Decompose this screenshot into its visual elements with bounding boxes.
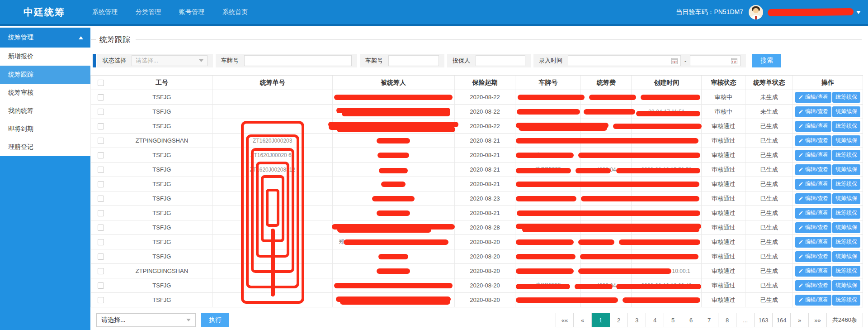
entry-date-start-input[interactable] — [568, 55, 681, 66]
row-checkbox[interactable] — [98, 123, 104, 129]
sidebar-item-4[interactable]: 我的统筹 — [0, 102, 90, 120]
renew-button[interactable]: 统筹续保 — [832, 135, 860, 146]
edit-view-button[interactable]: 编辑/查看 — [795, 106, 831, 117]
search-button[interactable]: 搜索 — [752, 54, 781, 67]
row-checkbox[interactable] — [98, 282, 104, 289]
pagination-item-[interactable]: « — [574, 313, 592, 327]
sidebar-item-6[interactable]: 理赔登记 — [0, 138, 90, 156]
app-logo: 中廷统筹 — [24, 6, 65, 19]
header-cell-8: 审核状态 — [702, 76, 745, 90]
sidebar-item-5[interactable]: 即将到期 — [0, 120, 90, 138]
filter-group-entry-time: 录入时间 - — [533, 54, 746, 67]
pagination-item-4[interactable]: 4 — [646, 313, 664, 327]
edit-view-button[interactable]: 编辑/查看 — [795, 280, 831, 291]
plate-input[interactable] — [244, 55, 352, 66]
pagination-item-[interactable]: «« — [556, 313, 574, 327]
edit-view-button[interactable]: 编辑/查看 — [795, 266, 831, 277]
execute-button[interactable]: 执行 — [201, 313, 229, 327]
row-checkbox[interactable] — [98, 181, 104, 187]
row-checkbox[interactable] — [98, 196, 104, 202]
sidebar-group-tongchou[interactable]: 统筹管理 — [0, 28, 90, 48]
edit-view-button[interactable]: 编辑/查看 — [795, 208, 831, 219]
user-avatar-icon[interactable] — [749, 5, 763, 19]
plate-cell: 豫DD3000 — [515, 278, 581, 293]
header-cell-7: 创建时间 — [632, 76, 702, 90]
nav-item-1[interactable]: 系统管理 — [92, 8, 118, 16]
row-checkbox[interactable] — [98, 138, 104, 144]
row-select-cell — [91, 105, 111, 119]
pagination-item-164[interactable]: 164 — [773, 313, 791, 327]
edit-view-button[interactable]: 编辑/查看 — [795, 193, 831, 204]
edit-view-button[interactable]: 编辑/查看 — [795, 164, 831, 175]
renew-button[interactable]: 统筹续保 — [832, 106, 860, 117]
edit-view-label: 编辑/查看 — [805, 151, 828, 159]
renew-button[interactable]: 统筹续保 — [832, 266, 860, 277]
row-checkbox[interactable] — [98, 210, 104, 216]
filter-bar: 状态选择 请选择... 车牌号 车架号 投保人 录入时间 - — [93, 54, 868, 67]
edit-view-button[interactable]: 编辑/查看 — [795, 92, 831, 103]
renew-button[interactable]: 统筹续保 — [832, 237, 860, 248]
edit-view-button[interactable]: 编辑/查看 — [795, 295, 831, 306]
nav-item-2[interactable]: 分类管理 — [136, 8, 161, 16]
plate-label: 车牌号 — [221, 57, 239, 65]
edit-view-button[interactable]: 编辑/查看 — [795, 179, 831, 190]
edit-view-button[interactable]: 编辑/查看 — [795, 121, 831, 132]
page-title: 统筹跟踪 — [99, 34, 130, 45]
pagination-item-5[interactable]: 5 — [664, 313, 682, 327]
row-checkbox[interactable] — [98, 167, 104, 173]
renew-button[interactable]: 统筹续保 — [832, 222, 860, 233]
table-row: TSFJG2020-08-22审核中未生成编辑/查看统筹续保 — [91, 90, 863, 105]
row-checkbox[interactable] — [98, 94, 104, 100]
pagination-item-7[interactable]: 7 — [700, 313, 718, 327]
nav-item-4[interactable]: 系统首页 — [222, 8, 248, 16]
sidebar-item-3[interactable]: 统筹审核 — [0, 84, 90, 102]
renew-button[interactable]: 统筹续保 — [832, 208, 860, 219]
edit-view-button[interactable]: 编辑/查看 — [795, 135, 831, 146]
renew-button[interactable]: 统筹续保 — [832, 150, 860, 161]
pagination-item-1[interactable]: 1 — [592, 313, 610, 327]
edit-view-button[interactable]: 编辑/查看 — [795, 237, 831, 248]
row-checkbox[interactable] — [98, 225, 104, 231]
edit-view-button[interactable]: 编辑/查看 — [795, 251, 831, 262]
sidebar-item-1[interactable]: 新增报价 — [0, 48, 90, 66]
sidebar-item-2[interactable]: 统筹跟踪 — [0, 66, 90, 84]
table-header-row: 工号统筹单号被统筹人保险起期车牌号统筹费创建时间审核状态统筹单状态操作 — [91, 76, 863, 90]
renew-button[interactable]: 统筹续保 — [832, 179, 860, 190]
table-row: TSFJGZT1620J00020 612020-08-21豫QQ5557审核通… — [91, 148, 863, 163]
row-checkbox[interactable] — [98, 152, 104, 158]
vin-input[interactable] — [388, 55, 439, 66]
pagination-item-[interactable]: »» — [809, 313, 827, 327]
renew-button[interactable]: 统筹续保 — [832, 164, 860, 175]
row-checkbox[interactable] — [98, 253, 104, 260]
pagination-item-163[interactable]: 163 — [755, 313, 773, 327]
applicant-input[interactable] — [476, 55, 525, 66]
employee-id-cell: TSFJG — [111, 235, 213, 249]
select-all-checkbox[interactable] — [98, 80, 104, 86]
policy-fragment: ZT1620J00208312 — [250, 167, 295, 173]
pagination-ellipsis: ... — [736, 313, 755, 327]
audit-status-cell: 审核通过 — [702, 293, 745, 307]
entry-date-end-input[interactable] — [690, 55, 741, 66]
renew-button[interactable]: 统筹续保 — [832, 193, 860, 204]
row-checkbox[interactable] — [98, 239, 104, 245]
row-checkbox[interactable] — [98, 297, 104, 303]
edit-view-button[interactable]: 编辑/查看 — [795, 222, 831, 233]
chevron-down-icon[interactable] — [856, 11, 861, 16]
renew-button[interactable]: 统筹续保 — [832, 295, 860, 306]
fee-cell — [581, 206, 632, 220]
renew-button[interactable]: 统筹续保 — [832, 121, 860, 132]
renew-button[interactable]: 统筹续保 — [832, 251, 860, 262]
row-checkbox[interactable] — [98, 268, 104, 274]
renew-button[interactable]: 统筹续保 — [832, 92, 860, 103]
nav-item-3[interactable]: 账号管理 — [179, 8, 204, 16]
status-select[interactable]: 请选择... — [132, 55, 208, 66]
pagination-item-6[interactable]: 6 — [682, 313, 700, 327]
pagination-item-2[interactable]: 2 — [610, 313, 628, 327]
renew-button[interactable]: 统筹续保 — [832, 280, 860, 291]
row-checkbox[interactable] — [98, 109, 104, 115]
pagination-item-[interactable]: » — [791, 313, 809, 327]
bulk-action-select[interactable]: 请选择... — [96, 313, 196, 327]
pagination-item-8[interactable]: 8 — [718, 313, 736, 327]
edit-view-button[interactable]: 编辑/查看 — [795, 150, 831, 161]
pagination-item-3[interactable]: 3 — [628, 313, 646, 327]
